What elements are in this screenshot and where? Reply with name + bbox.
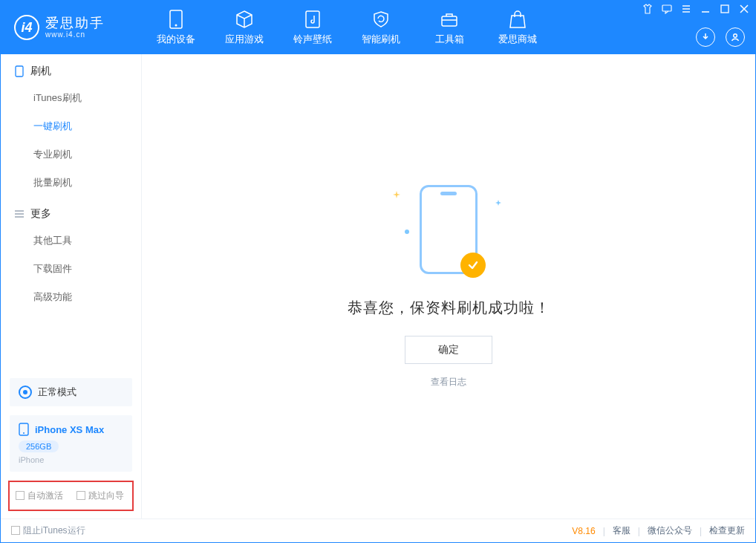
sidebar-section-flash: 刷机 — [1, 54, 141, 84]
mode-card[interactable]: 正常模式 — [10, 378, 132, 406]
sidebar-item-itunes-flash[interactable]: iTunes刷机 — [1, 84, 141, 112]
sidebar-item-download-firmware[interactable]: 下载固件 — [1, 255, 141, 283]
tab-apps-games[interactable]: 应用游戏 — [210, 1, 278, 54]
nav-tabs: 我的设备 应用游戏 铃声壁纸 智能刷机 工具箱 爱思商城 — [142, 1, 552, 54]
sidebar-item-advanced[interactable]: 高级功能 — [1, 283, 141, 311]
feedback-icon[interactable] — [662, 4, 672, 14]
bag-icon — [508, 10, 527, 29]
mode-indicator-icon — [19, 386, 32, 399]
success-illustration — [420, 185, 478, 274]
device-storage: 256GB — [19, 440, 59, 452]
tab-label: 智能刷机 — [362, 33, 400, 46]
maximize-button[interactable] — [720, 4, 730, 14]
svg-point-10 — [405, 230, 409, 234]
sidebar: 刷机 iTunes刷机 一键刷机 专业刷机 批量刷机 更多 其他工具 下载固件 … — [1, 54, 142, 518]
tab-label: 应用游戏 — [225, 33, 264, 46]
sidebar-item-oneclick-flash[interactable]: 一键刷机 — [1, 112, 141, 140]
phone-illustration-icon — [420, 185, 478, 274]
section-title: 刷机 — [30, 65, 51, 78]
success-title: 恭喜您，保资料刷机成功啦！ — [348, 298, 550, 318]
success-check-icon — [460, 253, 486, 278]
list-icon — [14, 209, 25, 219]
sidebar-item-other-tools[interactable]: 其他工具 — [1, 227, 141, 255]
brand-name: 爱思助手 — [45, 16, 105, 31]
music-file-icon — [303, 10, 322, 29]
svg-rect-7 — [16, 66, 23, 77]
svg-point-1 — [175, 24, 177, 26]
version-label: V8.16 — [572, 526, 595, 536]
svg-rect-2 — [306, 11, 319, 27]
device-phone-icon — [19, 423, 29, 436]
sparkle-icon — [495, 200, 501, 206]
device-card[interactable]: iPhone XS Max 256GB iPhone — [10, 415, 132, 472]
user-button[interactable] — [726, 27, 745, 47]
sidebar-section-more: 更多 — [1, 197, 141, 227]
menu-icon[interactable] — [681, 4, 691, 14]
tshirt-icon[interactable] — [642, 4, 653, 14]
brand-url: www.i4.cn — [45, 30, 105, 39]
sparkle-icon — [405, 230, 409, 234]
svg-point-9 — [23, 432, 25, 434]
close-button[interactable] — [739, 4, 749, 14]
logo-icon: i4 — [14, 15, 39, 40]
section-title: 更多 — [30, 207, 51, 221]
tab-smart-flash[interactable]: 智能刷机 — [347, 1, 415, 54]
app-window: i4 爱思助手 www.i4.cn 我的设备 应用游戏 铃声壁纸 智能刷机 — [0, 0, 756, 543]
checkbox-skip-guide[interactable]: 跳过向导 — [76, 490, 124, 502]
toolbox-icon — [440, 10, 459, 29]
svg-rect-3 — [442, 16, 457, 26]
tab-label: 爱思商城 — [498, 33, 537, 46]
header-extra — [696, 27, 745, 47]
status-link-wechat[interactable]: 微信公众号 — [648, 524, 692, 537]
tab-ringtones-wallpapers[interactable]: 铃声壁纸 — [278, 1, 347, 54]
phone-small-icon — [14, 66, 25, 77]
tab-label: 铃声壁纸 — [293, 33, 332, 46]
minimize-button[interactable] — [700, 4, 711, 14]
refresh-shield-icon — [371, 10, 391, 29]
cube-icon — [235, 10, 254, 29]
statusbar: 阻止iTunes运行 V8.16 | 客服 | 微信公众号 | 检查更新 — [1, 518, 755, 542]
tab-toolbox[interactable]: 工具箱 — [415, 1, 483, 54]
device-type: iPhone — [19, 455, 123, 464]
sidebar-item-pro-flash[interactable]: 专业刷机 — [1, 140, 141, 169]
body: 刷机 iTunes刷机 一键刷机 专业刷机 批量刷机 更多 其他工具 下载固件 … — [1, 54, 755, 518]
checkbox-block-itunes[interactable]: 阻止iTunes运行 — [11, 524, 85, 537]
svg-point-6 — [734, 34, 737, 38]
svg-rect-5 — [721, 5, 729, 13]
mode-label: 正常模式 — [38, 386, 76, 399]
device-icon — [166, 10, 186, 29]
view-log-link[interactable]: 查看日志 — [431, 376, 466, 388]
svg-rect-4 — [662, 5, 671, 11]
tab-my-device[interactable]: 我的设备 — [142, 1, 210, 54]
tab-label: 我的设备 — [157, 33, 195, 46]
logo-area: i4 爱思助手 www.i4.cn — [1, 1, 142, 54]
ok-button[interactable]: 确定 — [405, 336, 492, 364]
titlebar: i4 爱思助手 www.i4.cn 我的设备 应用游戏 铃声壁纸 智能刷机 — [1, 1, 755, 54]
tab-label: 工具箱 — [435, 33, 464, 46]
main-content: 恭喜您，保资料刷机成功啦！ 确定 查看日志 — [142, 54, 755, 518]
status-link-support[interactable]: 客服 — [613, 524, 630, 537]
sparkle-icon — [393, 191, 400, 198]
download-button[interactable] — [696, 27, 715, 47]
tab-store[interactable]: 爱思商城 — [483, 1, 552, 54]
checkbox-auto-activate[interactable]: 自动激活 — [16, 490, 63, 502]
sidebar-item-batch-flash[interactable]: 批量刷机 — [1, 169, 141, 197]
status-link-update[interactable]: 检查更新 — [709, 524, 745, 537]
device-name: iPhone XS Max — [35, 424, 104, 435]
bottom-options-highlight: 自动激活 跳过向导 — [8, 481, 134, 511]
window-controls — [642, 4, 749, 14]
logo-text: 爱思助手 www.i4.cn — [45, 16, 105, 39]
